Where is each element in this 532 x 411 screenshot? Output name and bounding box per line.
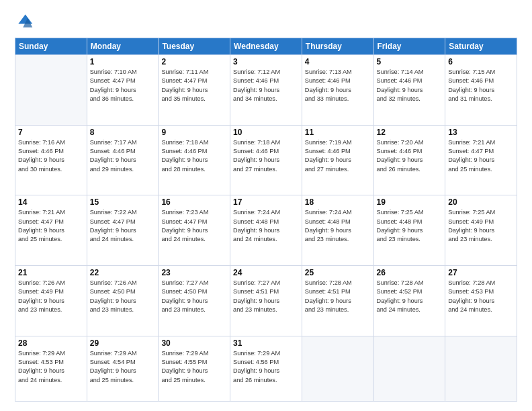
cell-detail-text: Sunset: 4:51 PM xyxy=(233,287,299,296)
cell-detail-text: Sunrise: 7:18 AM xyxy=(161,138,227,147)
svg-marker-0 xyxy=(18,15,32,24)
cell-detail-text: Sunset: 4:47 PM xyxy=(161,218,227,226)
day-number: 17 xyxy=(233,197,299,207)
cell-detail-text: Sunrise: 7:21 AM xyxy=(18,208,84,217)
cell-detail-text: Daylight: 9 hours xyxy=(377,226,443,235)
day-number: 2 xyxy=(161,57,227,66)
cell-detail-text: and 36 minutes. xyxy=(90,95,156,103)
cell-detail-text: Daylight: 9 hours xyxy=(305,297,371,306)
day-number: 7 xyxy=(18,128,84,137)
cell-detail-text: Sunset: 4:46 PM xyxy=(90,147,156,156)
day-number: 26 xyxy=(377,268,443,277)
cell-detail-text: Daylight: 9 hours xyxy=(161,86,227,95)
cell-detail-text: Daylight: 9 hours xyxy=(161,297,227,306)
calendar-cell: 16Sunrise: 7:23 AMSunset: 4:47 PMDayligh… xyxy=(159,195,230,266)
week-row-1: 1Sunrise: 7:10 AMSunset: 4:47 PMDaylight… xyxy=(15,55,517,126)
day-number: 5 xyxy=(377,57,443,66)
cell-detail-text: Sunrise: 7:13 AM xyxy=(305,68,371,77)
day-number: 11 xyxy=(305,128,371,137)
cell-detail-text: Sunrise: 7:10 AM xyxy=(90,68,156,77)
day-number: 6 xyxy=(448,57,514,66)
calendar-cell: 28Sunrise: 7:29 AMSunset: 4:53 PMDayligh… xyxy=(15,336,87,402)
calendar-cell: 8Sunrise: 7:17 AMSunset: 4:46 PMDaylight… xyxy=(87,125,159,195)
calendar-cell: 30Sunrise: 7:29 AMSunset: 4:55 PMDayligh… xyxy=(159,336,230,402)
cell-detail-text: Sunrise: 7:29 AM xyxy=(18,349,84,358)
day-number: 15 xyxy=(90,197,156,207)
cell-detail-text: Sunset: 4:50 PM xyxy=(161,287,227,296)
cell-detail-text: and 25 minutes. xyxy=(18,235,84,244)
cell-detail-text: Sunset: 4:46 PM xyxy=(233,147,299,156)
cell-detail-text: Sunset: 4:47 PM xyxy=(161,77,227,85)
calendar-cell xyxy=(15,55,87,126)
weekday-header-row: SundayMondayTuesdayWednesdayThursdayFrid… xyxy=(15,38,517,55)
cell-detail-text: and 30 minutes. xyxy=(18,165,84,174)
day-number: 21 xyxy=(18,268,84,277)
cell-detail-text: Sunrise: 7:26 AM xyxy=(18,279,84,287)
cell-detail-text: Daylight: 9 hours xyxy=(90,86,156,95)
cell-detail-text: Sunset: 4:53 PM xyxy=(18,358,84,367)
cell-detail-text: Sunrise: 7:25 AM xyxy=(377,208,443,217)
cell-detail-text: Sunset: 4:55 PM xyxy=(161,358,227,367)
cell-detail-text: Sunrise: 7:28 AM xyxy=(377,279,443,287)
cell-detail-text: Daylight: 9 hours xyxy=(18,297,84,306)
cell-detail-text: and 24 minutes. xyxy=(18,376,84,385)
cell-detail-text: Daylight: 9 hours xyxy=(377,156,443,165)
calendar-cell xyxy=(302,336,373,402)
cell-detail-text: and 28 minutes. xyxy=(161,165,227,174)
cell-detail-text: Daylight: 9 hours xyxy=(305,156,371,165)
day-number: 24 xyxy=(233,268,299,277)
cell-detail-text: and 23 minutes. xyxy=(90,306,156,314)
cell-detail-text: Daylight: 9 hours xyxy=(233,226,299,235)
weekday-saturday: Saturday xyxy=(445,38,517,55)
calendar-cell xyxy=(445,336,517,402)
day-number: 10 xyxy=(233,128,299,137)
day-number: 31 xyxy=(233,338,299,348)
cell-detail-text: and 24 minutes. xyxy=(377,306,443,314)
cell-detail-text: Sunset: 4:54 PM xyxy=(90,358,156,367)
cell-detail-text: Sunrise: 7:16 AM xyxy=(18,138,84,147)
cell-detail-text: Daylight: 9 hours xyxy=(377,297,443,306)
cell-detail-text: Sunrise: 7:11 AM xyxy=(161,68,227,77)
cell-detail-text: Sunset: 4:47 PM xyxy=(18,218,84,226)
weekday-friday: Friday xyxy=(373,38,445,55)
calendar-cell: 1Sunrise: 7:10 AMSunset: 4:47 PMDaylight… xyxy=(87,55,159,126)
day-number: 16 xyxy=(161,197,227,207)
cell-detail-text: Sunset: 4:48 PM xyxy=(305,218,371,226)
day-number: 23 xyxy=(161,268,227,277)
cell-detail-text: Sunrise: 7:18 AM xyxy=(233,138,299,147)
calendar-cell: 9Sunrise: 7:18 AMSunset: 4:46 PMDaylight… xyxy=(159,125,230,195)
calendar-cell: 18Sunrise: 7:24 AMSunset: 4:48 PMDayligh… xyxy=(302,195,373,266)
calendar-cell: 27Sunrise: 7:28 AMSunset: 4:53 PMDayligh… xyxy=(445,265,517,336)
cell-detail-text: Sunrise: 7:17 AM xyxy=(90,138,156,147)
cell-detail-text: Daylight: 9 hours xyxy=(90,226,156,235)
cell-detail-text: and 25 minutes. xyxy=(448,165,514,174)
day-number: 22 xyxy=(90,268,156,277)
cell-detail-text: and 29 minutes. xyxy=(90,165,156,174)
cell-detail-text: Sunset: 4:48 PM xyxy=(233,218,299,226)
cell-detail-text: Daylight: 9 hours xyxy=(448,297,514,306)
calendar-cell: 6Sunrise: 7:15 AMSunset: 4:46 PMDaylight… xyxy=(445,55,517,126)
day-number: 25 xyxy=(305,268,371,277)
cell-detail-text: Sunset: 4:48 PM xyxy=(377,218,443,226)
cell-detail-text: Sunset: 4:46 PM xyxy=(305,77,371,85)
cell-detail-text: and 25 minutes. xyxy=(161,376,227,385)
cell-detail-text: and 27 minutes. xyxy=(305,165,371,174)
cell-detail-text: Sunrise: 7:22 AM xyxy=(90,208,156,217)
week-row-2: 7Sunrise: 7:16 AMSunset: 4:46 PMDaylight… xyxy=(15,125,517,195)
logo xyxy=(15,12,36,31)
cell-detail-text: Daylight: 9 hours xyxy=(233,156,299,165)
calendar-table: SundayMondayTuesdayWednesdayThursdayFrid… xyxy=(15,38,517,402)
day-number: 8 xyxy=(90,128,156,137)
calendar-cell: 11Sunrise: 7:19 AMSunset: 4:46 PMDayligh… xyxy=(302,125,373,195)
calendar-cell: 17Sunrise: 7:24 AMSunset: 4:48 PMDayligh… xyxy=(230,195,302,266)
cell-detail-text: and 23 minutes. xyxy=(377,235,443,244)
cell-detail-text: Sunset: 4:47 PM xyxy=(448,147,514,156)
cell-detail-text: and 32 minutes. xyxy=(377,95,443,103)
cell-detail-text: Sunset: 4:46 PM xyxy=(377,147,443,156)
calendar-cell: 10Sunrise: 7:18 AMSunset: 4:46 PMDayligh… xyxy=(230,125,302,195)
cell-detail-text: Daylight: 9 hours xyxy=(233,297,299,306)
calendar-cell: 12Sunrise: 7:20 AMSunset: 4:46 PMDayligh… xyxy=(373,125,445,195)
weekday-sunday: Sunday xyxy=(15,38,87,55)
cell-detail-text: Sunset: 4:49 PM xyxy=(448,218,514,226)
calendar-cell: 19Sunrise: 7:25 AMSunset: 4:48 PMDayligh… xyxy=(373,195,445,266)
